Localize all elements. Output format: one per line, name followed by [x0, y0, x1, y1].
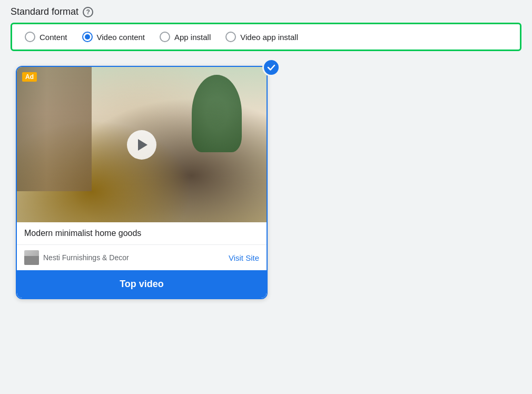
radio-option-video-app-install[interactable]: Video app install [225, 32, 298, 42]
selected-check-badge [262, 58, 280, 76]
radio-circle-app-install [160, 32, 170, 42]
page: Standard format ? Content Video content … [0, 0, 532, 394]
brand-icon [24, 250, 39, 265]
play-triangle-icon [138, 139, 147, 151]
section-title: Standard format [11, 6, 78, 17]
ad-info: Modern minimalist home goods [17, 222, 267, 245]
radio-label-app-install: App install [174, 33, 211, 42]
ad-card-area: Ad Modern minimalist home goods Nesti Fu… [11, 66, 273, 299]
format-radio-group: Content Video content App install Video … [11, 23, 521, 51]
visit-site-link[interactable]: Visit Site [229, 253, 259, 262]
ad-brand: Nesti Furnishings & Decor [24, 250, 129, 265]
radio-circle-content [25, 32, 35, 42]
help-icon[interactable]: ? [83, 7, 93, 17]
top-video-bar: Top video [17, 270, 267, 298]
radio-option-video-content[interactable]: Video content [82, 32, 145, 42]
checkmark-icon [267, 63, 276, 72]
radio-label-video-content: Video content [97, 33, 145, 42]
radio-label-content: Content [40, 33, 67, 42]
radio-option-app-install[interactable]: App install [160, 32, 211, 42]
section-header: Standard format ? [11, 6, 521, 17]
play-button[interactable] [127, 130, 156, 160]
brand-name: Nesti Furnishings & Decor [43, 253, 129, 262]
ad-card[interactable]: Ad Modern minimalist home goods Nesti Fu… [16, 66, 268, 299]
radio-circle-video-content [82, 32, 93, 42]
ad-badge: Ad [22, 72, 37, 82]
radio-label-video-app-install: Video app install [240, 33, 298, 42]
radio-circle-video-app-install [225, 32, 236, 42]
ad-footer: Nesti Furnishings & Decor Visit Site [17, 245, 267, 270]
radio-option-content[interactable]: Content [25, 32, 67, 42]
top-video-label: Top video [120, 279, 164, 289]
ad-title: Modern minimalist home goods [24, 229, 141, 238]
ad-image: Ad [17, 67, 267, 222]
